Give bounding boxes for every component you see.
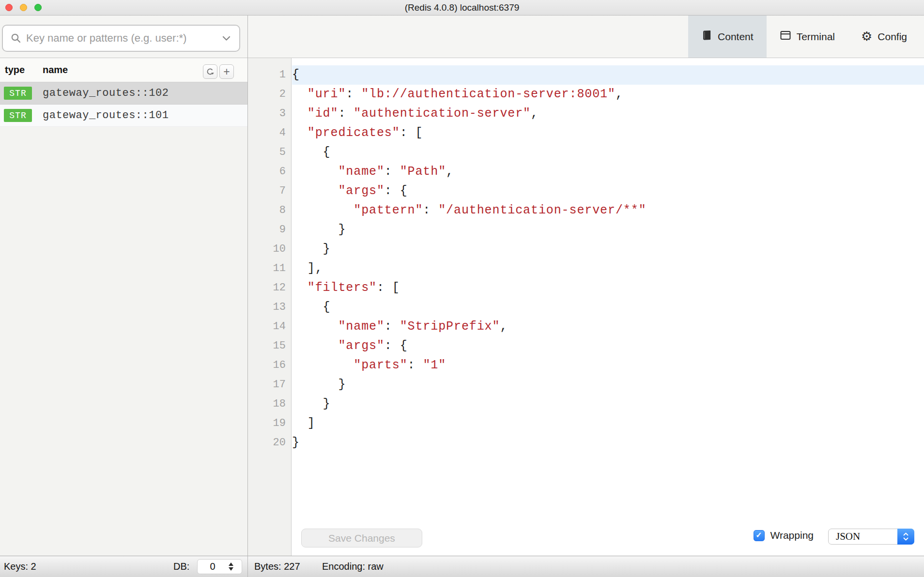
- content-editor[interactable]: 1{2 "uri": "lb://authentication-server:8…: [248, 58, 924, 556]
- search-icon: [11, 33, 21, 44]
- key-row[interactable]: STRgateway_routes::102: [0, 82, 247, 105]
- code-line: 15 "args": {: [248, 336, 924, 356]
- bytes-count: Bytes: 227: [254, 556, 300, 577]
- terminal-window-icon: [780, 30, 791, 44]
- encoding-value: Encoding: raw: [322, 556, 384, 577]
- code-line: 11 ],: [248, 259, 924, 278]
- line-content: "filters": [: [292, 278, 924, 298]
- key-type-badge: STR: [4, 109, 32, 122]
- line-content: "args": {: [292, 336, 924, 356]
- code-lines: 1{2 "uri": "lb://authentication-server:8…: [248, 58, 924, 453]
- line-number: 6: [248, 162, 292, 182]
- minimize-window-button[interactable]: [20, 4, 27, 11]
- column-header-name: name: [43, 58, 68, 82]
- key-list: STRgateway_routes::102STRgateway_routes:…: [0, 82, 247, 127]
- key-list-header: type name +: [0, 58, 247, 82]
- keys-count: Keys: 2: [4, 556, 36, 577]
- line-number: 2: [248, 85, 292, 104]
- code-line: 2 "uri": "lb://authentication-server:800…: [248, 85, 924, 104]
- sidebar-divider: [247, 15, 248, 577]
- line-content: {: [292, 65, 924, 85]
- code-line: 5 {: [248, 143, 924, 162]
- code-line: 12 "filters": [: [248, 278, 924, 298]
- format-select[interactable]: JSON: [828, 529, 914, 545]
- line-number: 10: [248, 240, 292, 259]
- key-sidebar: type name + STRgateway_routes::102STRgat…: [0, 58, 247, 556]
- code-line: 3 "id": "authentication-server",: [248, 104, 924, 123]
- tab-label: Terminal: [797, 31, 835, 43]
- save-changes-button[interactable]: Save Changes: [301, 529, 422, 547]
- line-number: 18: [248, 395, 292, 414]
- line-content: }: [292, 240, 924, 259]
- app-window: (Redis 4.0.8) localhost:6379 Content: [0, 0, 924, 577]
- tab-label: Content: [718, 31, 754, 43]
- db-selector[interactable]: 0: [197, 559, 242, 574]
- code-line: 16 "parts": "1": [248, 356, 924, 375]
- code-line: 9 }: [248, 220, 924, 240]
- line-number: 20: [248, 433, 292, 453]
- line-content: ]: [292, 414, 924, 433]
- code-line: 17 }: [248, 375, 924, 395]
- line-number: 13: [248, 298, 292, 317]
- tab-label: Config: [878, 31, 907, 43]
- column-header-type: type: [5, 58, 25, 82]
- code-line: 18 }: [248, 395, 924, 414]
- gear-icon: ⚙: [861, 30, 872, 43]
- line-number: 11: [248, 259, 292, 278]
- tab-terminal[interactable]: Terminal: [767, 15, 848, 58]
- line-content: {: [292, 298, 924, 317]
- tab-content[interactable]: Content: [688, 15, 767, 58]
- close-window-button[interactable]: [5, 4, 13, 11]
- line-content: "uri": "lb://authentication-server:8001"…: [292, 85, 924, 104]
- key-name: gateway_routes::101: [43, 109, 169, 121]
- line-number: 16: [248, 356, 292, 375]
- line-content: "id": "authentication-server",: [292, 104, 924, 123]
- line-number: 5: [248, 143, 292, 162]
- refresh-keys-button[interactable]: [203, 64, 217, 79]
- line-content: "pattern": "/authentication-server/**": [292, 201, 924, 220]
- tab-config[interactable]: ⚙ Config: [848, 15, 920, 58]
- wrapping-checkbox[interactable]: ✓: [754, 530, 765, 541]
- line-number: 1: [248, 65, 292, 85]
- stepper-arrows-icon: [229, 562, 233, 571]
- line-content: "parts": "1": [292, 356, 924, 375]
- db-value: 0: [198, 561, 228, 572]
- line-number: 15: [248, 336, 292, 356]
- line-number: 14: [248, 317, 292, 336]
- line-number: 4: [248, 123, 292, 143]
- code-line: 20}: [248, 433, 924, 453]
- key-search-box[interactable]: [2, 25, 240, 52]
- search-history-chevron-down-icon[interactable]: [222, 36, 231, 41]
- zoom-window-button[interactable]: [34, 4, 42, 11]
- key-row[interactable]: STRgateway_routes::101: [0, 105, 247, 127]
- line-number: 3: [248, 104, 292, 123]
- checkmark-icon: ✓: [755, 531, 762, 539]
- select-chevrons-icon: [897, 529, 914, 545]
- add-key-button[interactable]: +: [219, 64, 234, 79]
- tab-bar: Content Terminal ⚙ Config: [688, 15, 924, 58]
- db-label: DB:: [173, 556, 189, 577]
- code-line: 10 }: [248, 240, 924, 259]
- titlebar: (Redis 4.0.8) localhost:6379: [0, 0, 924, 15]
- line-content: "name": "Path",: [292, 162, 924, 182]
- line-number: 17: [248, 375, 292, 395]
- code-line: 7 "args": {: [248, 182, 924, 201]
- line-number: 7: [248, 182, 292, 201]
- book-icon: [701, 30, 712, 44]
- code-line: 1{: [248, 65, 924, 85]
- code-line: 6 "name": "Path",: [248, 162, 924, 182]
- line-content: "args": {: [292, 182, 924, 201]
- line-number: 9: [248, 220, 292, 240]
- search-input[interactable]: [26, 32, 219, 45]
- key-name: gateway_routes::102: [43, 87, 169, 99]
- format-select-value: JSON: [836, 531, 860, 543]
- line-content: "name": "StripPrefix",: [292, 317, 924, 336]
- line-content: ],: [292, 259, 924, 278]
- wrapping-toggle-group: ✓ Wrapping: [754, 530, 814, 541]
- line-number: 8: [248, 201, 292, 220]
- code-line: 19 ]: [248, 414, 924, 433]
- code-line: 14 "name": "StripPrefix",: [248, 317, 924, 336]
- line-content: "predicates": [: [292, 123, 924, 143]
- line-number: 12: [248, 278, 292, 298]
- code-line: 8 "pattern": "/authentication-server/**": [248, 201, 924, 220]
